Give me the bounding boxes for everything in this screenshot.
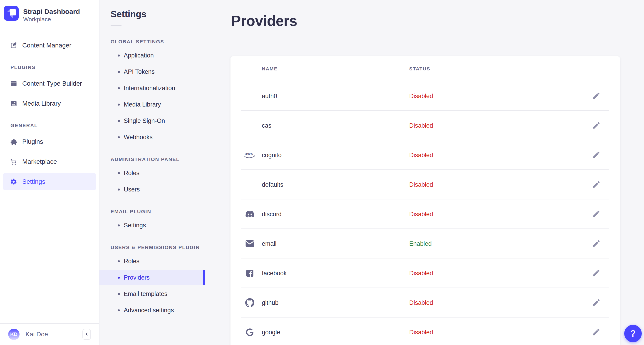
edit-provider-button[interactable] (591, 180, 601, 190)
google-icon (243, 328, 256, 337)
strapi-logo-icon (4, 6, 18, 21)
edit-provider-button[interactable] (591, 239, 601, 249)
bullet-icon (118, 260, 120, 262)
settings-nav-item-label: Internationalization (124, 85, 175, 92)
provider-name: github (262, 299, 279, 306)
settings-nav-item-users[interactable]: Users (100, 182, 205, 197)
provider-status: Disabled (409, 299, 579, 306)
settings-nav-item-application[interactable]: Application (100, 48, 205, 63)
sidebar-item-content-type-builder[interactable]: Content-Type Builder (3, 75, 96, 92)
provider-row-auth0[interactable]: auth0Disabled (230, 81, 620, 111)
settings-nav-item-internationalization[interactable]: Internationalization (100, 81, 205, 96)
providers-card: NAME STATUS auth0DisabledcasDisabledawsc… (230, 56, 620, 345)
sidebar-item-marketplace[interactable]: Marketplace (3, 153, 96, 170)
bullet-icon (118, 309, 120, 312)
settings-section-label-global-settings: GLOBAL SETTINGS (110, 39, 205, 45)
pencil-icon (592, 239, 601, 248)
pencil-icon (592, 269, 601, 278)
svg-text:aws: aws (245, 151, 253, 156)
provider-row-email[interactable]: emailEnabled (230, 229, 620, 258)
settings-section-items: RolesProvidersEmail templatesAdvanced se… (100, 254, 205, 318)
sidebar-item-plugins[interactable]: Plugins (3, 133, 96, 150)
settings-nav-item-label: Webhooks (124, 134, 152, 141)
provider-name: discord (262, 211, 282, 218)
settings-nav-item-roles[interactable]: Roles (100, 166, 205, 180)
provider-status: Disabled (409, 152, 579, 159)
provider-name-cell: defaults (230, 181, 409, 188)
sidebar-item-content-manager[interactable]: Content Manager (3, 37, 96, 54)
provider-edit-cell (579, 209, 620, 219)
provider-name-cell: github (230, 298, 409, 307)
settings-nav-item-media-library[interactable]: Media Library (100, 97, 205, 112)
page-title: Providers (231, 12, 644, 30)
provider-row-defaults[interactable]: defaultsDisabled (230, 170, 620, 200)
gear-icon (10, 178, 17, 185)
settings-section-label-administration-panel: ADMINISTRATION PANEL (110, 156, 205, 162)
provider-name: facebook (262, 270, 287, 277)
sidebar-item-label: Content-Type Builder (22, 80, 82, 87)
settings-nav-item-webhooks[interactable]: Webhooks (100, 130, 205, 145)
provider-status: Disabled (409, 93, 579, 100)
bullet-icon (118, 224, 120, 226)
bullet-icon (118, 120, 120, 122)
settings-section-items: Settings (100, 218, 205, 233)
column-header-name: NAME (230, 66, 409, 72)
edit-provider-button[interactable] (591, 91, 601, 101)
provider-name-cell: awscognito (230, 150, 409, 160)
help-button[interactable]: ? (624, 325, 642, 342)
edit-provider-button[interactable] (591, 120, 601, 130)
provider-status: Disabled (409, 211, 579, 218)
column-header-status: STATUS (409, 66, 579, 72)
provider-name: auth0 (262, 93, 277, 100)
provider-row-discord[interactable]: discordDisabled (230, 200, 620, 229)
provider-row-google[interactable]: googleDisabled (230, 318, 620, 345)
layout-icon (10, 80, 17, 87)
provider-name: defaults (262, 181, 284, 188)
settings-section-global-settings: GLOBAL SETTINGSApplicationAPI TokensInte… (100, 39, 205, 145)
image-icon (10, 100, 17, 107)
provider-status: Disabled (409, 270, 579, 277)
provider-status: Enabled (409, 240, 579, 247)
settings-section-label-email-plugin: EMAIL PLUGIN (110, 209, 205, 215)
brand: Strapi Dashboard Workplace (0, 0, 99, 23)
aws-icon: aws (243, 150, 256, 160)
chevron-left-icon (84, 332, 89, 337)
settings-nav-item-roles[interactable]: Roles (100, 254, 205, 269)
provider-row-github[interactable]: githubDisabled (230, 288, 620, 318)
provider-status: Disabled (409, 181, 579, 188)
settings-nav-item-api-tokens[interactable]: API Tokens (100, 64, 205, 79)
bullet-icon (118, 293, 120, 295)
edit-provider-button[interactable] (591, 150, 601, 160)
edit-provider-button[interactable] (591, 298, 601, 308)
provider-row-facebook[interactable]: facebookDisabled (230, 258, 620, 288)
settings-subnav: Settings GLOBAL SETTINGSApplicationAPI T… (100, 0, 205, 345)
sidebar-item-label: Settings (22, 178, 45, 185)
settings-nav-item-providers[interactable]: Providers (100, 270, 205, 285)
collapse-sidebar-button[interactable] (82, 329, 91, 340)
provider-name: email (262, 240, 276, 247)
sidebar-item-label: Plugins (22, 138, 43, 145)
settings-section-administration-panel: ADMINISTRATION PANELRolesUsers (100, 156, 205, 197)
github-icon (243, 298, 256, 307)
provider-name-cell: auth0 (230, 93, 409, 100)
pencil-icon (592, 121, 601, 130)
provider-row-cas[interactable]: casDisabled (230, 111, 620, 140)
settings-nav-item-settings[interactable]: Settings (100, 218, 205, 233)
settings-nav-item-single-sign-on[interactable]: Single Sign-On (100, 113, 205, 128)
edit-provider-button[interactable] (591, 268, 601, 278)
bullet-icon (118, 172, 120, 174)
edit-provider-button[interactable] (591, 327, 601, 337)
bullet-icon (118, 54, 120, 56)
sidebar-group: PluginsMarketplaceSettings (0, 133, 99, 190)
sidebar-spacer (0, 190, 99, 323)
provider-row-cognito[interactable]: awscognitoDisabled (230, 140, 620, 170)
provider-edit-cell (579, 327, 620, 337)
sidebar-item-settings[interactable]: Settings (3, 173, 96, 190)
settings-nav-item-email-templates[interactable]: Email templates (100, 286, 205, 302)
provider-status: Disabled (409, 122, 579, 129)
app-root: Strapi Dashboard Workplace Content Manag… (0, 0, 644, 345)
edit-provider-button[interactable] (591, 209, 601, 219)
sidebar-item-media-library[interactable]: Media Library (3, 95, 96, 112)
pencil-icon (592, 150, 601, 160)
settings-nav-item-advanced-settings[interactable]: Advanced settings (100, 303, 205, 318)
